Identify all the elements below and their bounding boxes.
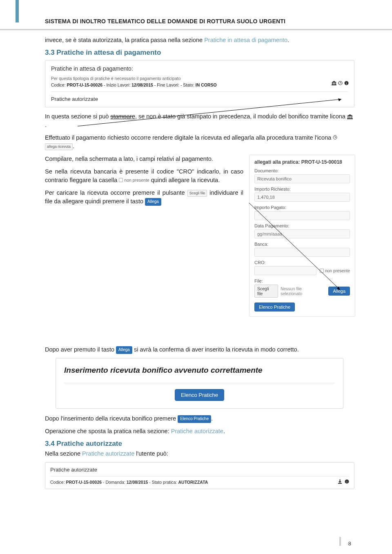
confirmation-panel: Inserimento ricevuta bonifico avvenuto c… <box>56 358 343 409</box>
svg-rect-16 <box>347 118 353 119</box>
s34-sub-a: Nella sezione <box>45 450 82 457</box>
section-34-heading: 3.4 Pratiche autorizzate <box>45 440 355 448</box>
compile-p2: Se nella ricevuta bancaria è presente il… <box>45 167 243 185</box>
after2-p1a: Dopo l'inserimento della ricevuta bonifi… <box>45 415 178 422</box>
svg-line-10 <box>78 99 341 126</box>
auth-date: 12/08/2015 <box>127 480 148 485</box>
scegli-file-inline[interactable]: Scegli file <box>187 190 207 197</box>
arrow-annotation-2 <box>247 201 353 299</box>
imp-req-label: Importo Richiesto: <box>254 187 350 191</box>
after-p1a: Dopo aver premuto il tasto <box>45 346 116 353</box>
form-heading: allegati alla pratica: PROT-U-15-00018 <box>254 159 350 165</box>
auth-mid: - Domanda: <box>102 480 127 485</box>
compile-p1: Compilare, nella schermata a lato, i cam… <box>45 155 243 163</box>
svg-line-20 <box>249 203 340 290</box>
dot2: . <box>73 143 74 149</box>
auth-stato: AUTORIZZATA <box>178 480 208 485</box>
intro-text: invece, se è stata autorizzata, la prati… <box>45 37 204 43</box>
after2-p2a: Operazione che sposta la pratica nella s… <box>45 428 171 434</box>
non-presente-text: non presente <box>124 177 149 183</box>
intro-paragraph: invece, se è stata autorizzata, la prati… <box>45 36 355 44</box>
auth-code-value: PROT-U-15-00026 <box>66 480 102 485</box>
svg-rect-22 <box>338 483 342 484</box>
imp-req-input[interactable] <box>254 193 350 202</box>
section-33-heading: 3.3 Pratiche in attesa di pagamento <box>45 49 355 57</box>
page-content: SISTEMA DI INOLTRO TELEMATICO DELLE DOMA… <box>0 0 392 501</box>
info-icon-2[interactable]: i <box>345 479 349 485</box>
doc-input[interactable] <box>254 174 350 183</box>
p3a: Per caricare la ricevuta occorre premere… <box>45 189 187 196</box>
auth-action-icons: i <box>338 479 349 485</box>
compile-p3: Per caricare la ricevuta occorre premere… <box>45 189 243 206</box>
p2a: Effettuato il pagamento richiesto occorr… <box>45 134 333 141</box>
svg-marker-11 <box>338 98 341 101</box>
svg-marker-24 <box>339 481 341 483</box>
s34-sub-b: l'utente può: <box>134 450 168 457</box>
auth-divider <box>50 476 349 476</box>
download-icon[interactable] <box>338 479 342 485</box>
after2-dot2: . <box>223 428 225 434</box>
after2-p1: Dopo l'inserimento della ricevuta bonifi… <box>45 414 355 423</box>
auth-mid2: - Stato pratica: <box>148 480 178 485</box>
elenco-pratiche-big-button[interactable]: Elenco Pratiche <box>175 389 224 401</box>
p2b: quindi allegare la ricevuta. <box>151 177 220 183</box>
page-number: 8 <box>348 541 351 547</box>
page-header-title: SISTEMA DI INOLTRO TELEMATICO DELLE DOMA… <box>45 18 355 24</box>
svg-marker-12 <box>347 114 353 116</box>
svg-text:i: i <box>347 480 347 484</box>
intro-link-text: Pratiche in attesa di pagamento <box>204 37 287 43</box>
elenco-pratiche-inline[interactable]: Elenco Pratiche <box>178 415 211 423</box>
form-heading-code: PROT-U-15-00018 <box>301 159 342 165</box>
allega-inline[interactable]: Allega <box>145 198 161 206</box>
after2-p2-link: Pratiche autorizzate <box>171 428 223 434</box>
section34-sub: Nella sezione Pratiche autorizzate l'ute… <box>45 449 355 458</box>
auth-code-line: Codice: PROT-U-15-00026 - Domanda: 12/08… <box>50 480 349 485</box>
doc-label: Documento: <box>254 168 350 173</box>
auth-title: Pratiche autorizzate <box>50 467 349 473</box>
elenco-pratiche-button[interactable]: Elenco Pratiche <box>254 303 295 311</box>
authorized-panel: Pratiche autorizzate Codice: PROT-U-15-0… <box>45 462 354 489</box>
confirm-title: Inserimento ricevuta bonifico avvenuto c… <box>64 366 335 375</box>
after-p1b: si avrà la conferma di aver inserito la … <box>134 346 299 353</box>
clock-icon-inline <box>333 134 337 141</box>
confirm-divider <box>64 383 335 383</box>
after2-dot: . <box>211 415 213 422</box>
s34-sub-link: Pratiche autorizzate <box>82 450 134 457</box>
auth-code-label: Codice: <box>50 480 66 485</box>
allega-ricevuta-label[interactable]: allega ricevuta <box>45 143 73 150</box>
after-p1: Dopo aver premuto il tasto Allega si avr… <box>45 345 355 354</box>
bank-icon-inline <box>347 113 353 118</box>
svg-rect-15 <box>351 116 352 118</box>
intro-dot: . <box>287 37 289 43</box>
svg-rect-14 <box>350 116 350 118</box>
after2-p2: Operazione che sposta la pratica nella s… <box>45 427 355 436</box>
panel1-title: Pratiche in attesa di pagamento: <box>51 65 348 72</box>
arrow-annotation-1 <box>45 79 355 132</box>
stamp-paragraph-2: Effettuato il pagamento richiesto occorr… <box>45 133 355 151</box>
form-heading-prefix: allegati alla pratica: <box>254 159 301 165</box>
svg-rect-13 <box>347 116 348 118</box>
allega-inline-2[interactable]: Allega <box>116 346 132 354</box>
checkbox-icon <box>119 178 123 182</box>
non-presente-flag-inline: non presente <box>119 177 149 183</box>
page-num-bar <box>339 537 341 546</box>
